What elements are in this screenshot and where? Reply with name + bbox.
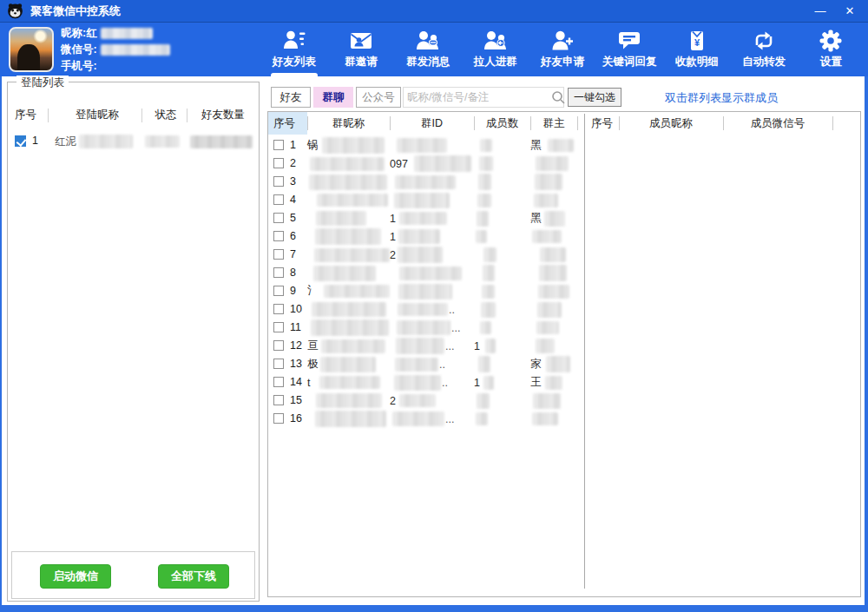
row-checkbox[interactable] xyxy=(273,395,284,405)
row-checkbox[interactable] xyxy=(273,194,284,205)
start-wechat-button[interactable]: 启动微信 xyxy=(40,564,111,589)
row-checkbox[interactable] xyxy=(273,322,284,332)
login-row-checkbox[interactable] xyxy=(15,135,26,147)
tab-group-chat[interactable]: 群聊 xyxy=(313,87,353,108)
toolbar-pull-into-group[interactable]: 拉人进群 xyxy=(462,23,529,76)
phone-label: 手机号: xyxy=(61,58,97,75)
toolbar-label: 设置 xyxy=(820,55,842,69)
group-table-row[interactable]: 9 氵 xyxy=(268,282,584,300)
row-index: 9 xyxy=(290,285,296,297)
col-header-group-owner[interactable]: 群主 xyxy=(530,116,577,131)
friend-list-icon xyxy=(282,29,306,53)
row-index: 2 xyxy=(290,157,296,169)
member-count-cell xyxy=(474,410,530,428)
col-header-group-nickname[interactable]: 群昵称 xyxy=(307,116,390,131)
group-table-row[interactable]: 6 1 xyxy=(268,227,584,246)
toolbar-keyword-reply[interactable]: 关键词回复 xyxy=(596,23,663,76)
col-header-index[interactable]: 序号 xyxy=(15,108,48,122)
member-count-cell xyxy=(474,209,530,227)
group-table-row[interactable]: 10 .. xyxy=(268,300,584,319)
group-nickname-cell: 极 xyxy=(307,355,390,373)
col-header-member-count[interactable]: 成员数 xyxy=(474,116,530,131)
login-row[interactable]: 1 红泥 xyxy=(8,133,259,152)
titlebar: 聚客微信中控系统 — ✕ xyxy=(0,0,868,23)
minimize-button[interactable]: — xyxy=(806,0,835,22)
search-icon[interactable] xyxy=(550,89,566,105)
group-id-cell: 2 xyxy=(390,246,474,264)
row-checkbox[interactable] xyxy=(273,249,284,260)
col-header-group-index[interactable]: 序号 xyxy=(268,112,307,135)
col-header-member-nickname[interactable]: 成员昵称 xyxy=(619,116,723,131)
group-table-row[interactable]: 12 亘 ... 1 xyxy=(268,337,584,355)
group-nickname-cell xyxy=(307,246,390,264)
row-index: 14 xyxy=(290,376,302,388)
group-table-row[interactable]: 2 097 xyxy=(268,155,584,173)
toolbar-friend-request[interactable]: 好友申请 xyxy=(529,23,595,76)
toolbar-friend-list[interactable]: 好友列表 xyxy=(260,23,327,76)
toolbar: 好友列表 群邀请 群发消息 xyxy=(260,23,865,76)
tab-friends[interactable]: 好友 xyxy=(271,87,311,108)
group-nickname-cell xyxy=(307,410,390,428)
group-table-row[interactable]: 5 1 黑 xyxy=(268,209,584,227)
group-table-row[interactable]: 14 t .. 1 王 xyxy=(268,373,584,392)
row-checkbox[interactable] xyxy=(273,213,284,223)
row-checkbox[interactable] xyxy=(273,176,284,187)
toolbar-mass-message[interactable]: 群发消息 xyxy=(395,23,462,76)
group-table-row[interactable]: 3 xyxy=(268,173,584,191)
member-count-cell xyxy=(474,155,530,173)
group-id-cell: 1 xyxy=(390,227,474,246)
group-owner-cell xyxy=(530,191,581,209)
group-table-row[interactable]: 11 ... xyxy=(268,319,584,337)
row-index: 13 xyxy=(290,358,302,370)
row-checkbox[interactable] xyxy=(273,286,284,296)
row-index: 3 xyxy=(290,175,296,188)
row-checkbox[interactable] xyxy=(273,231,284,241)
group-table-row[interactable]: 15 2 xyxy=(268,392,584,410)
toolbar-settings[interactable]: 设置 xyxy=(798,23,865,76)
member-count-cell xyxy=(474,355,530,373)
col-header-member-index[interactable]: 序号 xyxy=(591,116,622,131)
app-logo-icon xyxy=(7,3,23,19)
window-title: 聚客微信中控系统 xyxy=(30,3,806,19)
col-header-member-wechat-id[interactable]: 成员微信号 xyxy=(723,116,832,131)
row-checkbox[interactable] xyxy=(273,413,284,424)
tab-official-account[interactable]: 公众号 xyxy=(356,87,401,108)
row-checkbox[interactable] xyxy=(273,140,284,150)
toolbar-auto-forward[interactable]: 自动转发 xyxy=(730,23,797,76)
group-table-row[interactable]: 13 极 .. 家 xyxy=(268,355,584,373)
group-owner-cell: 黑 xyxy=(530,136,581,155)
group-table-row[interactable]: 16 ... xyxy=(268,410,584,428)
toolbar-group-invite[interactable]: 群邀请 xyxy=(327,23,394,76)
window-left-border xyxy=(0,76,2,605)
group-table-row[interactable]: 4 xyxy=(268,191,584,209)
col-header-friend-count[interactable]: 好友数量 xyxy=(190,108,256,122)
search-input[interactable] xyxy=(404,91,550,103)
login-list-panel: 登陆列表 序号 登陆昵称 状态 好友数量 1 红泥 启动微信 全部下线 xyxy=(7,82,260,602)
close-button[interactable]: ✕ xyxy=(835,0,865,22)
row-checkbox[interactable] xyxy=(273,340,284,351)
login-list-title: 登陆列表 xyxy=(16,76,69,90)
all-offline-button[interactable]: 全部下线 xyxy=(158,564,229,589)
group-id-cell xyxy=(390,136,474,155)
toolbar-label: 好友申请 xyxy=(541,55,584,69)
col-header-login-nickname[interactable]: 登陆昵称 xyxy=(53,108,141,122)
group-table-row[interactable]: 7 2 xyxy=(268,246,584,264)
group-nickname-cell: 锅 xyxy=(307,136,390,155)
row-checkbox[interactable] xyxy=(273,304,284,314)
group-id-cell: ... xyxy=(390,319,474,337)
row-checkbox[interactable] xyxy=(273,267,284,278)
select-all-button[interactable]: 一键勾选 xyxy=(568,88,621,107)
wechat-id-redacted xyxy=(101,44,170,56)
col-header-status[interactable]: 状态 xyxy=(145,108,187,122)
member-count-cell: 1 xyxy=(474,373,530,392)
group-table-row[interactable]: 8 xyxy=(268,264,584,282)
row-checkbox[interactable] xyxy=(273,158,284,168)
profile-info: 昵称: 红 微信号: 手机号: xyxy=(61,25,170,75)
group-id-cell: ... xyxy=(390,337,474,355)
row-checkbox[interactable] xyxy=(273,359,284,369)
toolbar-payment-detail[interactable]: ¥ 收款明细 xyxy=(663,23,730,76)
group-table-row[interactable]: 1 锅 黑 xyxy=(268,136,584,155)
group-nickname-cell xyxy=(307,264,390,282)
row-checkbox[interactable] xyxy=(273,377,284,387)
col-header-group-id[interactable]: 群ID xyxy=(390,116,474,131)
